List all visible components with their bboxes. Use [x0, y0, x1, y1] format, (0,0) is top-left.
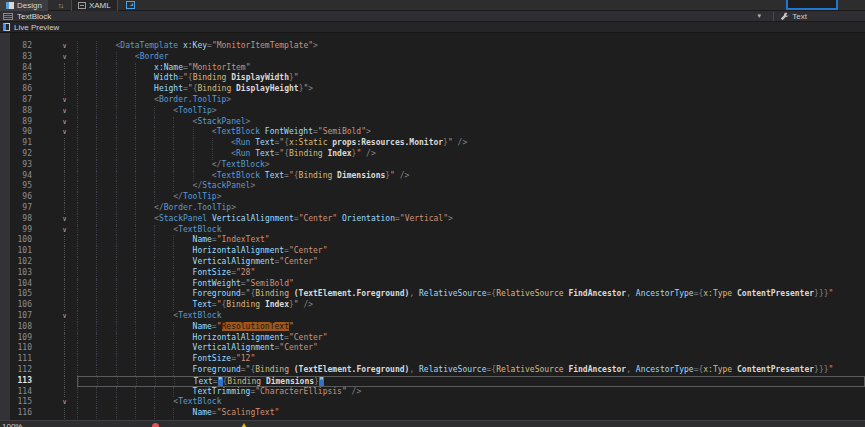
code-line[interactable]: 90∨<TextBlock FontWeight="SemiBold"> [0, 127, 865, 138]
line-number[interactable]: 105 [0, 289, 36, 300]
code-line[interactable]: 104FontWeight="SemiBold" [0, 279, 865, 290]
code-line[interactable]: 87∨<Border.ToolTip> [0, 95, 865, 106]
code-line[interactable]: 82∨<DataTemplate x:Key="MonitorItemTempl… [0, 41, 865, 52]
line-number[interactable]: 92 [0, 149, 36, 160]
line-number[interactable]: 104 [0, 279, 36, 290]
line-number[interactable]: 82 [0, 41, 36, 52]
line-number[interactable]: 91 [0, 138, 36, 149]
code-line[interactable]: 95</StackPanel> [0, 181, 865, 192]
design-tab[interactable]: Design [0, 0, 48, 11]
code-line[interactable]: 103FontSize="28" [0, 268, 865, 279]
line-number[interactable]: 93 [0, 160, 36, 171]
line-number[interactable]: 84 [0, 63, 36, 74]
code-text[interactable]: <TextBlock Text="{Binding Dimensions}" /… [77, 171, 865, 182]
line-number[interactable]: 116 [0, 408, 36, 419]
line-number[interactable]: 102 [0, 257, 36, 268]
line-number[interactable]: 90 [0, 127, 36, 138]
error-icon[interactable] [152, 423, 159, 427]
code-line[interactable]: 97</Border.ToolTip> [0, 203, 865, 214]
fold-chevron-icon[interactable]: ∨ [36, 311, 77, 322]
warning-icon[interactable] [240, 423, 248, 427]
code-line[interactable]: 108Name="ResolutionText" [0, 322, 865, 333]
code-text[interactable]: Width="{Binding DisplayWidth}" [77, 73, 865, 84]
code-line[interactable]: 101HorizontalAlignment="Center" [0, 246, 865, 257]
code-text[interactable]: <DataTemplate x:Key="MonitorItemTemplate… [77, 41, 865, 52]
fold-chevron-icon[interactable]: ∨ [36, 106, 77, 117]
fold-chevron-icon[interactable]: ∨ [36, 95, 77, 106]
code-text[interactable]: <StackPanel VerticalAlignment="Center" O… [77, 214, 865, 225]
code-line[interactable]: 116Name="ScalingText" [0, 408, 865, 419]
code-line[interactable]: 94<TextBlock Text="{Binding Dimensions}"… [0, 171, 865, 182]
fold-chevron-icon[interactable]: ∨ [36, 41, 77, 52]
code-text[interactable]: <ToolTip> [77, 106, 865, 117]
code-text[interactable]: VerticalAlignment="Center" [77, 257, 865, 268]
code-text[interactable]: Foreground="{Binding (TextElement.Foregr… [77, 365, 865, 376]
code-line[interactable]: 86Height="{Binding DisplayHeight}"> [0, 84, 865, 95]
code-text[interactable]: <Border [77, 52, 865, 63]
code-line[interactable]: 89∨<StackPanel> [0, 117, 865, 128]
line-number[interactable]: 101 [0, 246, 36, 257]
code-text[interactable]: HorizontalAlignment="Center" [77, 246, 865, 257]
code-line[interactable]: 84x:Name="MonitorItem" [0, 63, 865, 74]
code-line[interactable]: 98∨<StackPanel VerticalAlignment="Center… [0, 214, 865, 225]
code-text[interactable]: TextTrimming="CharacterEllipsis" /> [77, 387, 865, 398]
line-number[interactable]: 94 [0, 171, 36, 182]
line-number[interactable]: 108 [0, 322, 36, 333]
code-text[interactable]: Foreground="{Binding (TextElement.Foregr… [77, 289, 865, 300]
code-text[interactable]: FontSize="28" [77, 268, 865, 279]
zoom-level-label[interactable]: 100% [2, 422, 22, 427]
line-number[interactable]: 109 [0, 333, 36, 344]
code-text[interactable]: </TextBlock> [77, 160, 865, 171]
code-text[interactable]: </Border.ToolTip> [77, 203, 865, 214]
code-line[interactable]: 99∨<TextBlock [0, 225, 865, 236]
code-text[interactable]: <StackPanel> [77, 117, 865, 128]
code-line[interactable]: 102VerticalAlignment="Center" [0, 257, 865, 268]
line-number[interactable]: 98 [0, 214, 36, 225]
line-number[interactable]: 95 [0, 181, 36, 192]
line-number[interactable]: 85 [0, 73, 36, 84]
line-number[interactable]: 88 [0, 106, 36, 117]
code-line[interactable]: 112Foreground="{Binding (TextElement.For… [0, 365, 865, 376]
line-number[interactable]: 113 [0, 376, 36, 387]
code-line[interactable]: 100Name="IndexText" [0, 235, 865, 246]
code-text[interactable]: Text="{Binding Dimensions}" [77, 376, 865, 387]
code-text[interactable]: HorizontalAlignment="Center" [77, 333, 865, 344]
line-number[interactable]: 89 [0, 117, 36, 128]
code-text[interactable]: </ToolTip> [77, 192, 865, 203]
code-line[interactable]: 110VerticalAlignment="Center" [0, 343, 865, 354]
code-text[interactable]: Name="ResolutionText" [77, 322, 865, 333]
line-number[interactable]: 111 [0, 354, 36, 365]
code-text[interactable]: <Border.ToolTip> [77, 95, 865, 106]
xaml-tab[interactable]: XAML [71, 0, 118, 11]
code-line[interactable]: 109HorizontalAlignment="Center" [0, 333, 865, 344]
code-line[interactable]: 115∨<TextBlock [0, 397, 865, 408]
line-number[interactable]: 106 [0, 300, 36, 311]
code-line[interactable]: 88∨<ToolTip> [0, 106, 865, 117]
code-text[interactable]: FontWeight="SemiBold" [77, 279, 865, 290]
code-line[interactable]: 93</TextBlock> [0, 160, 865, 171]
popout-window-icon[interactable] [126, 1, 135, 9]
code-text[interactable]: <TextBlock FontWeight="SemiBold"> [77, 127, 865, 138]
swap-panes-icon[interactable]: ↑↓ [58, 2, 63, 9]
line-number[interactable]: 99 [0, 225, 36, 236]
fold-chevron-icon[interactable]: ∨ [36, 52, 77, 63]
code-line[interactable]: 83∨<Border [0, 52, 865, 63]
fold-chevron-icon[interactable]: ∨ [36, 397, 77, 408]
line-number[interactable]: 110 [0, 343, 36, 354]
fold-chevron-icon[interactable]: ∨ [36, 225, 77, 236]
fold-chevron-icon[interactable]: ∨ [36, 214, 77, 225]
line-number[interactable]: 97 [0, 203, 36, 214]
code-line[interactable]: 107∨<TextBlock [0, 311, 865, 322]
code-text[interactable]: VerticalAlignment="Center" [77, 343, 865, 354]
line-number[interactable]: 86 [0, 84, 36, 95]
code-line[interactable]: 85Width="{Binding DisplayWidth}" [0, 73, 865, 84]
code-text[interactable]: Name="IndexText" [77, 235, 865, 246]
code-text[interactable]: <TextBlock [77, 397, 865, 408]
breadcrumb-element-label[interactable]: TextBlock [17, 12, 51, 21]
code-text[interactable]: Name="ScalingText" [77, 408, 865, 419]
code-line[interactable]: 114TextTrimming="CharacterEllipsis" /> [0, 387, 865, 398]
code-text[interactable]: <Run Text="{x:Static props:Resources.Mon… [77, 138, 865, 149]
chevron-down-icon[interactable]: ▾ [757, 12, 761, 20]
line-number[interactable]: 114 [0, 387, 36, 398]
code-text[interactable]: <TextBlock [77, 311, 865, 322]
